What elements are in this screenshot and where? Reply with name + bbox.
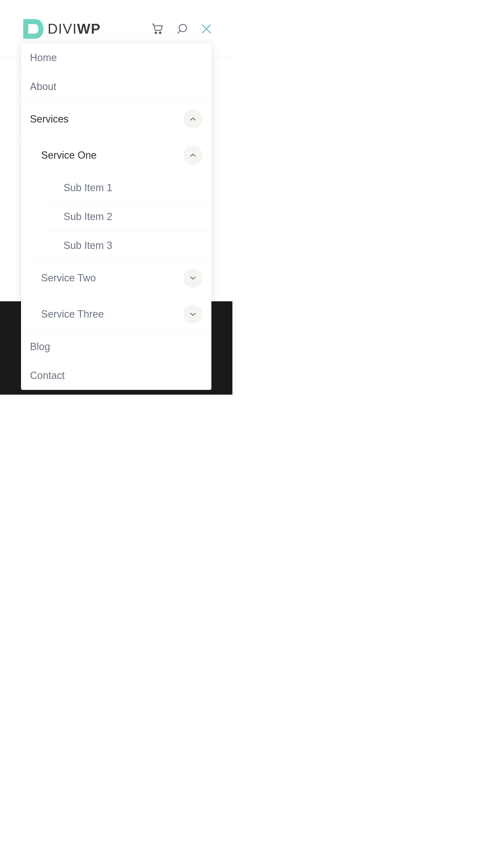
svg-line-3 xyxy=(178,31,180,34)
menu-item-contact[interactable]: Contact xyxy=(21,361,211,390)
collapse-toggle[interactable] xyxy=(183,109,202,129)
submenu-item-service-three[interactable]: Service Three xyxy=(32,296,211,332)
menu-item-label: Blog xyxy=(30,341,50,353)
collapse-toggle[interactable] xyxy=(183,146,202,165)
sub-submenu-service-one: Sub Item 1 Sub Item 2 Sub Item 3 xyxy=(32,173,211,260)
menu-item-label: Services xyxy=(30,113,69,125)
menu-item-about[interactable]: About xyxy=(21,72,211,101)
submenu-item-label: Service Two xyxy=(41,272,96,284)
header-icons xyxy=(151,23,211,34)
sub-sub-item-1[interactable]: Sub Item 1 xyxy=(43,173,211,202)
sub-sub-item-label: Sub Item 1 xyxy=(52,182,112,194)
menu-item-label: Contact xyxy=(30,370,65,381)
sub-sub-item-label: Sub Item 2 xyxy=(52,211,112,223)
submenu-services: Service One Sub Item 1 Sub Item 2 Sub It… xyxy=(21,137,211,332)
svg-point-1 xyxy=(159,32,161,34)
menu-item-label: Home xyxy=(30,52,57,64)
submenu-item-label: Service Three xyxy=(41,308,104,320)
submenu-item-service-two[interactable]: Service Two xyxy=(32,260,211,296)
menu-item-home[interactable]: Home xyxy=(21,44,211,72)
chevron-down-icon xyxy=(190,312,196,316)
sub-sub-item-2[interactable]: Sub Item 2 xyxy=(43,202,211,231)
menu-item-label: About xyxy=(30,81,56,92)
menu-item-services[interactable]: Services xyxy=(21,101,211,137)
expand-toggle[interactable] xyxy=(183,269,202,288)
close-icon[interactable] xyxy=(201,24,211,34)
svg-point-0 xyxy=(155,32,157,34)
cart-icon[interactable] xyxy=(151,23,163,34)
search-icon[interactable] xyxy=(177,23,188,34)
chevron-up-icon xyxy=(190,117,196,121)
expand-toggle[interactable] xyxy=(183,305,202,324)
logo-text-suffix: WP xyxy=(77,21,101,37)
menu-item-blog[interactable]: Blog xyxy=(21,332,211,361)
logo[interactable]: DIVIWP xyxy=(21,17,101,41)
chevron-up-icon xyxy=(190,153,196,157)
header: DIVIWP xyxy=(0,0,232,41)
logo-text: DIVIWP xyxy=(48,21,101,37)
sub-sub-item-label: Sub Item 3 xyxy=(52,240,112,252)
mobile-menu-panel: Home About Services Service One Sub Item… xyxy=(21,44,211,390)
chevron-down-icon xyxy=(190,276,196,280)
logo-icon xyxy=(21,17,45,41)
logo-text-prefix: DIVI xyxy=(48,21,77,37)
svg-point-2 xyxy=(179,24,186,32)
submenu-item-label: Service One xyxy=(41,149,96,161)
sub-sub-item-3[interactable]: Sub Item 3 xyxy=(43,231,211,260)
submenu-item-service-one[interactable]: Service One xyxy=(32,137,211,173)
